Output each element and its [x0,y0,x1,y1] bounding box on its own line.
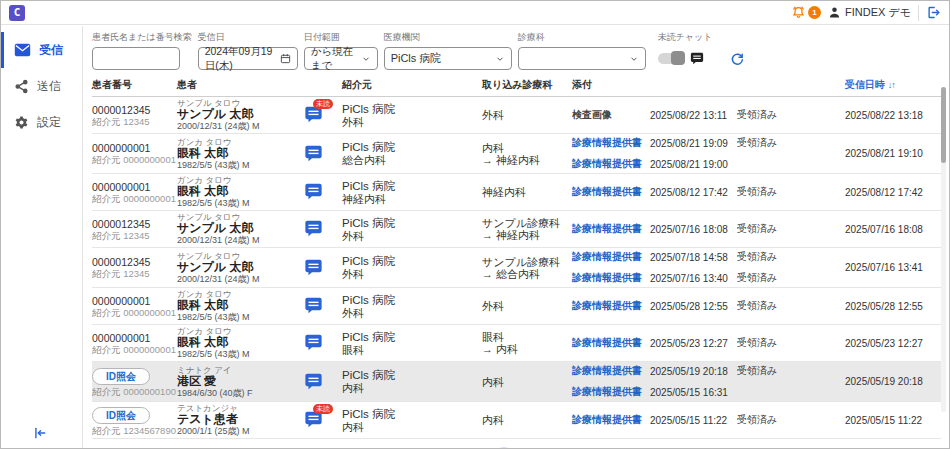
table-row[interactable]: ID照会 紹介元 0000000100 ミナトク アイ 港区 愛 1984/6/… [92,362,941,402]
col-received-sort[interactable]: 受信日時 ↓↑ [845,78,941,92]
app-window: C 1 FINDEX デモ [0,0,950,449]
referrer-number-line: 紹介元 0000000001 [92,344,177,355]
receive-date-input[interactable]: 2024年09月19日(木) [198,47,298,70]
referrer-cell: PiCls 病院 神経内科 [342,180,482,205]
attachment-link[interactable]: 診療情報提供書 [572,271,650,285]
unread-chat-toggle[interactable] [658,53,684,64]
attachment-status: 受領済み [737,336,845,350]
referrer-org: PiCls 病院 [342,103,482,116]
id-lookup-button[interactable]: ID照会 [92,407,150,424]
attachment-time: 2025/05/15 11:22 [650,415,737,426]
notification-button[interactable]: 1 [791,5,821,20]
scrollbar-thumb[interactable] [941,87,946,163]
chat-button[interactable] [304,183,324,201]
attachment-link[interactable]: 診療情報提供書 [572,336,650,350]
chat-button[interactable] [304,220,324,238]
table-row[interactable]: 0000000001 紹介元 0000000001 ガンカ タロウ 眼科 太郎 … [92,288,941,325]
department-select[interactable] [518,47,646,70]
attachment-status: 受領済み [737,271,845,285]
search-input[interactable] [92,47,180,70]
attachment-link[interactable]: 診療情報提供書 [572,250,650,264]
attachment-status: 受領済み [737,250,845,264]
attachment-link[interactable]: 診療情報提供書 [572,299,650,313]
chat-button[interactable]: 未読 [304,106,324,124]
attachment-link[interactable]: 診療情報提供書 [572,157,650,171]
attachment-status: 受領済み [737,136,845,150]
sort-icon: ↓↑ [888,80,895,90]
department-label: 診療科 [518,31,646,44]
attachment-link[interactable]: 診療情報提供書 [572,385,650,399]
sidebar-item-receive[interactable]: 受信 [1,32,82,68]
chat-button[interactable] [304,373,324,391]
chat-button[interactable] [304,145,324,163]
sidebar-item-label: 受信 [39,42,63,59]
patient-number-cell: 0000012345 紹介元 12345 [92,218,177,241]
patient-number: 0000000001 [92,142,177,154]
attachment-time: 2025/05/23 12:27 [650,338,737,349]
attachments-cell: 診療情報提供書2025/05/15 11:22受領済み [572,413,845,427]
intake-dept-to-line: → 総合内科 [482,268,572,280]
arrow-right-icon: → [482,229,493,241]
chat-cell [304,373,342,391]
sidebar-item-settings[interactable]: 設定 [1,104,82,140]
attachments-cell: 診療情報提供書2025/07/16 18:08受領済み [572,222,845,236]
table-row[interactable]: ID照会 紹介元 1234567890 テストカンジャ テスト患者 2000/1… [92,402,941,439]
referrer-org: PiCls 病院 [342,369,482,382]
table-row[interactable]: 0000012345 紹介元 12345 サンプル タロウ サンプル 太郎 20… [92,97,941,134]
patient-cell: サンプル タロウ サンプル 太郎 2000/12/31 (24歳) M [177,213,304,245]
chat-cell [304,220,342,238]
referrer-org: PiCls 病院 [342,141,482,154]
referrer-dept: 外科 [342,307,482,319]
header-divider [918,5,919,21]
attachment-link[interactable]: 診療情報提供書 [572,413,650,427]
chevron-down-icon [495,54,505,64]
sidebar-item-label: 送信 [37,78,61,95]
patient-name: 眼科 太郎 [177,147,304,160]
table-row[interactable]: 0000012345 紹介元 12345 サンプル タロウ サンプル 太郎 20… [92,211,941,248]
received-datetime: 2025/08/21 19:10 [845,148,941,159]
medical-org-select[interactable]: PiCls 病院 [384,47,512,70]
col-attachment: 添付 [572,78,845,92]
table-row[interactable]: 0000012345 紹介元 12345 サンプル タロウ サンプル 太郎 20… [92,248,941,288]
chat-cell [304,259,342,277]
patient-birth: 1982/5/5 (43歳) M [177,160,304,170]
mail-icon [14,43,31,57]
patient-number-cell: 0000000001 紹介元 0000000001 [92,332,177,355]
attachment-link[interactable]: 診療情報提供書 [572,185,650,199]
attachment-status: 受領済み [737,108,845,122]
attachment-time: 2025/05/28 12:55 [650,301,737,312]
attachment-time: 2025/07/18 14:58 [650,252,737,263]
chat-button[interactable] [304,259,324,277]
user-menu[interactable]: FINDEX デモ [828,5,911,20]
referrer-dept: 内科 [342,382,482,394]
date-range-select[interactable]: から現在まで [304,47,378,70]
patient-number-cell: 0000012345 紹介元 12345 [92,104,177,127]
table-row[interactable]: 0000000001 紹介元 0000000001 ガンカ タロウ 眼科 太郎 … [92,325,941,362]
vertical-scrollbar[interactable] [941,87,946,412]
referrer-org: PiCls 病院 [342,255,482,268]
chat-button[interactable] [304,334,324,352]
attachment-status: 受領済み [737,364,845,378]
patient-number: 0000000001 [92,295,177,307]
table-row[interactable]: 0000000001 紹介元 0000000001 ガンカ タロウ 眼科 太郎 … [92,134,941,174]
table-row[interactable]: 0000000001 紹介元 0000000001 ガンカ タロウ 眼科 太郎 … [92,174,941,211]
intake-dept-to-line: → 神経内科 [482,229,572,241]
sidebar-item-send[interactable]: 送信 [1,68,82,104]
intake-cell: 外科 [482,300,572,312]
chat-icon [304,145,323,162]
attachment-link[interactable]: 診療情報提供書 [572,364,650,378]
chat-button[interactable]: 未読 [304,411,324,429]
refresh-button[interactable] [730,47,745,70]
chat-button[interactable] [304,297,324,315]
sidebar-collapse-icon[interactable] [33,426,47,440]
patient-birth: 1982/5/5 (43歳) M [177,349,304,359]
referrer-cell: PiCls 病院 外科 [342,217,482,242]
pagination-page-1[interactable]: 1 [493,447,515,448]
table-header: 患者番号 患者 紹介元 取り込み診療科 添付 受信日時 ↓↑ [92,75,941,97]
id-lookup-button[interactable]: ID照会 [92,368,150,385]
attachment-time: 2025/08/21 19:00 [650,159,737,170]
attachment-link[interactable]: 診療情報提供書 [572,222,650,236]
attachment-link[interactable]: 診療情報提供書 [572,136,650,150]
logout-button[interactable] [926,5,941,20]
received-datetime: 2025/05/28 12:55 [845,301,941,312]
